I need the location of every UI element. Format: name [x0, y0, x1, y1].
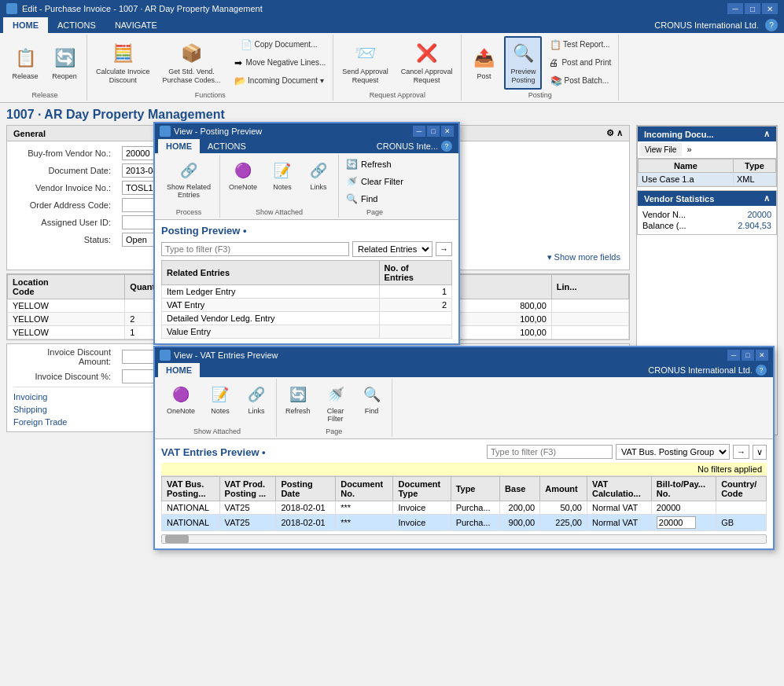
- vat-notes-button[interactable]: 📝 Notes: [204, 380, 237, 426]
- cell-line-2: [551, 313, 628, 326]
- vat-help-icon[interactable]: ?: [756, 365, 767, 376]
- vendor-stats-header: Vendor Statistics ∧: [638, 191, 776, 206]
- move-negative-lines-button[interactable]: ➡ Move Negative Lines...: [228, 54, 330, 72]
- vat-onenote-button[interactable]: 🟣 OneNote: [161, 380, 201, 426]
- posting-preview-nav-button[interactable]: →: [436, 242, 452, 256]
- test-report-icon: 📋: [549, 39, 561, 51]
- minimize-button[interactable]: ─: [727, 3, 743, 14]
- post-button[interactable]: 📤 Post: [465, 36, 502, 90]
- calc-invoice-discount-button[interactable]: 🧮 Calculate InvoiceDiscount: [90, 36, 156, 90]
- vat-minimize[interactable]: ─: [727, 350, 740, 361]
- vat-table-row[interactable]: NATIONAL VAT25 2018-02-01 *** Invoice Pu…: [162, 501, 767, 515]
- vat-date-2: 2018-02-01: [276, 515, 336, 531]
- vat-section-title: VAT Entries Preview •: [161, 446, 266, 458]
- preview-posting-button[interactable]: 🔍 PreviewPosting: [504, 36, 542, 90]
- posting-help-icon[interactable]: ?: [441, 141, 452, 152]
- incoming-row[interactable]: Use Case 1.a XML: [639, 173, 776, 186]
- vat-company-name: CRONUS International Ltd.: [648, 365, 753, 375]
- posting-preview-tab-actions[interactable]: ACTIONS: [200, 139, 254, 153]
- posting-preview-minimize[interactable]: ─: [413, 126, 425, 137]
- vat-country-1: [716, 501, 767, 515]
- count-item-ledger: 1: [379, 285, 451, 299]
- vat-table-row[interactable]: NATIONAL VAT25 2018-02-01 *** Invoice Pu…: [162, 515, 767, 531]
- vat-close[interactable]: ✕: [756, 350, 768, 361]
- help-icon[interactable]: ?: [765, 19, 778, 31]
- copy-doc-label: Copy Document...: [254, 40, 317, 50]
- entry-detailed-vendor: Detailed Vendor Ledg. Entry: [162, 312, 380, 325]
- vendor-invoice-label: Vendor Invoice No.:: [13, 183, 116, 193]
- vat-find-button[interactable]: 🔍 Find: [355, 380, 388, 426]
- incoming-document-button[interactable]: 📂 Incoming Document ▾: [228, 72, 330, 90]
- copy-document-button[interactable]: 📄 Copy Document...: [228, 36, 330, 53]
- view-file-button[interactable]: View File: [639, 143, 682, 156]
- post-batch-button[interactable]: 📚 Post Batch...: [543, 72, 615, 90]
- preview-posting-label: PreviewPosting: [510, 68, 536, 85]
- vat-page-buttons: 🔄 Refresh 🚿 ClearFilter 🔍 Find: [280, 380, 388, 426]
- tab-home[interactable]: HOME: [3, 17, 48, 33]
- process-buttons: 🔗 Show RelatedEntries: [161, 156, 216, 207]
- release-button[interactable]: 📋 Release: [6, 36, 44, 90]
- posting-preview-tab-home[interactable]: HOME: [158, 139, 200, 153]
- incoming-doc-collapse[interactable]: ∧: [764, 129, 770, 139]
- vat-tab-home[interactable]: HOME: [158, 363, 200, 377]
- maximize-button[interactable]: □: [745, 3, 760, 14]
- post-and-print-button[interactable]: 🖨 Post and Print: [543, 54, 615, 72]
- notes-button[interactable]: 📝 Notes: [266, 156, 299, 207]
- posting-table-row[interactable]: Value Entry: [162, 325, 452, 339]
- ribbon-company: CRONUS International Ltd. ?: [654, 19, 781, 31]
- vat-filter-input[interactable]: [487, 445, 613, 459]
- more-options-icon[interactable]: »: [683, 143, 694, 156]
- posting-preview-close[interactable]: ✕: [441, 126, 454, 137]
- calc-label: Calculate InvoiceDiscount: [96, 68, 150, 85]
- send-approval-button[interactable]: 📨 Send ApprovalRequest: [337, 36, 394, 90]
- posting-table-row[interactable]: VAT Entry 2: [162, 299, 452, 312]
- vat-links-button[interactable]: 🔗 Links: [240, 380, 273, 426]
- refresh-button[interactable]: 🔄 Refresh: [342, 156, 407, 172]
- vat-maximize[interactable]: □: [742, 350, 754, 361]
- approval-group-label: Request Approval: [337, 90, 458, 99]
- posting-preview-filter-dropdown[interactable]: Related Entries: [352, 241, 432, 257]
- cell-location-3: YELLOW: [8, 326, 125, 339]
- functions-group-label: Functions: [90, 90, 329, 99]
- vat-filter-dropdown[interactable]: VAT Bus. Posting Group: [616, 444, 730, 460]
- tab-actions[interactable]: ACTIONS: [48, 17, 105, 33]
- vat-col-country: Country/Code: [716, 477, 767, 501]
- vat-ribbon-content: 🟣 OneNote 📝 Notes 🔗 Links Show Attached: [155, 377, 773, 438]
- vat-show-attached-buttons: 🟣 OneNote 📝 Notes 🔗 Links: [161, 380, 273, 426]
- tab-navigate[interactable]: NAVIGATE: [105, 17, 167, 33]
- incoming-doc-panel: Incoming Docu... ∧ View File » Name Type: [637, 126, 777, 187]
- posting-preview-ribbon: HOME ACTIONS CRONUS Inte... ? 🔗 Show Rel…: [155, 139, 458, 220]
- vendor-stats-collapse[interactable]: ∧: [764, 193, 770, 204]
- posting-group-label: Posting: [465, 90, 615, 99]
- links-button[interactable]: 🔗 Links: [302, 156, 335, 207]
- onenote-button[interactable]: 🟣 OneNote: [223, 156, 263, 207]
- vat-scrollbar-thumb[interactable]: [165, 535, 189, 543]
- vat-refresh-button[interactable]: 🔄 Refresh: [280, 380, 316, 426]
- reopen-button[interactable]: 🔄 Reopen: [46, 36, 83, 90]
- vat-expand-button[interactable]: ∨: [753, 445, 767, 460]
- vat-nav-button[interactable]: →: [733, 445, 749, 459]
- posting-preview-filter-input[interactable]: [161, 242, 349, 256]
- vat-clear-filter-button[interactable]: 🚿 ClearFilter: [319, 380, 352, 426]
- vat-body: VAT Entries Preview • VAT Bus. Posting G…: [155, 439, 773, 548]
- get-std-vend-button[interactable]: 📦 Get Std. Vend.Purchase Codes...: [157, 36, 226, 90]
- posting-preview-maximize[interactable]: □: [427, 126, 440, 137]
- close-button[interactable]: ✕: [762, 3, 778, 14]
- clear-filter-button[interactable]: 🚿 Clear Filter: [342, 174, 407, 189]
- posting-table-row[interactable]: Item Ledger Entry 1: [162, 285, 452, 299]
- find-button[interactable]: 🔍 Find: [342, 191, 407, 207]
- vat-billto-1: 20000: [651, 501, 716, 515]
- show-related-entries-button[interactable]: 🔗 Show RelatedEntries: [161, 156, 216, 207]
- vat-amount-1: 50,00: [540, 501, 587, 515]
- post-batch-icon: 📚: [550, 75, 562, 87]
- vat-horizontal-scrollbar[interactable]: [161, 534, 767, 544]
- vat-billto-2-input[interactable]: [657, 516, 696, 529]
- ribbon-group-release: 📋 Release 🔄 Reopen Release: [3, 35, 87, 101]
- test-report-button[interactable]: 📋 Test Report...: [543, 36, 615, 53]
- cell-line-3: [551, 326, 628, 339]
- posting-table-row[interactable]: Detailed Vendor Ledg. Entry: [162, 312, 452, 325]
- vendor-n-value[interactable]: 20000: [747, 210, 771, 219]
- cancel-approval-button[interactable]: ❌ Cancel ApprovalRequest: [396, 36, 458, 90]
- post-print-icon: 🖨: [547, 57, 560, 69]
- vat-base-2: 900,00: [500, 515, 540, 531]
